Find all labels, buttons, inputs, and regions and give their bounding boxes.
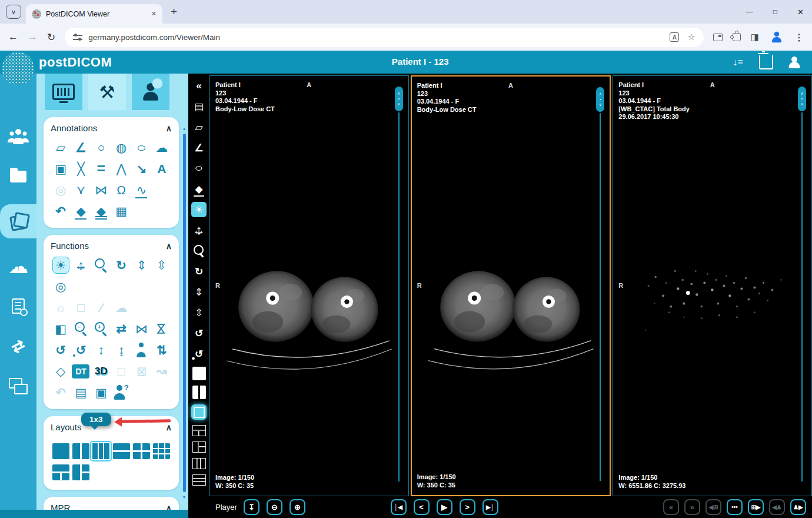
erase-icon[interactable]: ◆ — [72, 202, 89, 220]
account-icon[interactable] — [787, 55, 801, 69]
undo-function-icon[interactable]: ↶ — [52, 384, 69, 401]
arrow-icon[interactable]: ↘ — [133, 160, 150, 177]
rectangle-icon[interactable]: ▣ — [52, 160, 69, 177]
layout-2x2[interactable] — [133, 443, 150, 459]
mirror-vertical-icon[interactable]: ⋈ — [153, 320, 170, 337]
save-annotations-icon[interactable]: ▦ — [113, 202, 130, 220]
collapse-chevron-icon[interactable]: ∧ — [166, 241, 172, 251]
sidebar-item-users[interactable] — [0, 124, 36, 149]
zoom-icon[interactable] — [191, 243, 207, 258]
back-button[interactable]: ← — [8, 31, 18, 43]
pan-icon[interactable] — [191, 223, 207, 238]
side-panel-icon[interactable]: ◨ — [751, 32, 759, 42]
sidebar-item-folders[interactable] — [0, 164, 36, 189]
panel-scrollbar[interactable]: ▲ ▼ — [182, 127, 187, 499]
translate-icon[interactable]: A — [670, 32, 679, 42]
tab-patient-info[interactable]: i — [132, 74, 169, 110]
sidebar-item-upload[interactable]: ☁ — [0, 254, 36, 278]
profile-icon[interactable] — [770, 31, 783, 44]
series-scrollbar[interactable]: ∧•∨ — [395, 87, 403, 482]
ellipse-icon[interactable]: ○ — [188, 161, 209, 176]
localizer-icon[interactable]: ◎ — [52, 278, 69, 295]
collapse-chevron-icon[interactable]: ∧ — [166, 423, 172, 432]
ruler-icon[interactable]: ▱ — [191, 119, 207, 135]
scroll-pill[interactable]: ∧•∨ — [395, 87, 403, 111]
erase-icon[interactable]: ◆ — [191, 181, 207, 197]
bookmark-star-icon[interactable]: ☆ — [687, 32, 695, 42]
tab-close-icon[interactable]: ✕ — [151, 10, 157, 18]
reset-icon[interactable]: ↺ — [191, 326, 207, 341]
flip-page-icon[interactable]: ⇄ — [113, 320, 130, 337]
last-image-button[interactable]: ▶│ — [482, 499, 498, 515]
save-image-icon[interactable]: ▣ — [92, 384, 109, 401]
circle-icon[interactable]: ○ — [92, 139, 109, 156]
threed-button[interactable]: 3D — [92, 363, 109, 380]
more-options-button[interactable]: ••• — [727, 499, 743, 515]
layout-1x2[interactable] — [72, 443, 89, 459]
window-level-icon[interactable]: ☀ — [191, 202, 207, 217]
probe-icon[interactable]: ◎ — [52, 181, 69, 198]
play-button[interactable]: ▶ — [437, 499, 452, 515]
mpr-header[interactable]: MPR ∧ — [51, 503, 172, 510]
minimize-button[interactable]: — — [746, 8, 753, 16]
layout-2x1[interactable] — [113, 443, 130, 459]
bidirectional-icon[interactable]: ⋎ — [72, 181, 89, 198]
maximize-button[interactable]: □ — [773, 8, 777, 16]
ruler-icon[interactable]: ▱ — [52, 139, 69, 156]
scroll-icon[interactable]: ⇕ — [191, 284, 207, 300]
forward-button[interactable]: → — [28, 31, 38, 43]
close-window-button[interactable]: ✕ — [797, 8, 804, 16]
reload-button[interactable]: ↻ — [47, 31, 55, 44]
viewport-1[interactable]: Patient I 123 03.04.1944 - F Body-Low Do… — [209, 75, 409, 496]
browser-menu-icon[interactable]: ⋮ — [794, 32, 804, 43]
previous-image-button[interactable]: < — [414, 499, 430, 515]
increase-speed-button[interactable]: ⊕ — [289, 499, 305, 515]
layout-split-h-icon[interactable] — [192, 425, 206, 436]
first-image-button[interactable]: │◀ — [391, 499, 407, 515]
dt-button[interactable]: DT — [72, 364, 89, 378]
collapse-chevron-icon[interactable]: ∧ — [166, 124, 172, 133]
reset-wl-icon[interactable]: ↺ — [72, 341, 89, 358]
layout-3x3[interactable] — [153, 443, 170, 459]
decrease-speed-button[interactable]: ⊖ — [267, 499, 282, 515]
reset-wl-icon[interactable]: ↺ — [191, 346, 207, 361]
actual-size-icon[interactable]: ↨ — [113, 341, 130, 358]
sidebar-item-worklist[interactable] — [0, 294, 36, 318]
series-scrollbar[interactable]: ∧•∨ — [596, 87, 604, 481]
auto-arrange-icon[interactable]: ↓≡ — [731, 55, 745, 69]
shaded-ellipse-icon[interactable]: ◍ — [113, 139, 130, 156]
stack-scroll-icon[interactable]: ⇳ — [191, 305, 207, 320]
site-settings-icon[interactable] — [73, 34, 82, 41]
zoom-icon[interactable] — [92, 257, 109, 274]
closed-freehand-icon[interactable]: Ω — [113, 181, 130, 198]
anonymize-person-icon[interactable]: ? — [113, 384, 130, 401]
current-layout-icon[interactable] — [191, 404, 207, 420]
next-patient-button[interactable]: ♟▶ — [790, 499, 806, 515]
scroll-pill[interactable]: ∧•∨ — [596, 87, 604, 112]
layout-1-beside-2[interactable] — [72, 464, 89, 480]
next-series-button[interactable]: » — [684, 499, 700, 515]
export-video-button[interactable]: ↧ — [244, 499, 259, 515]
text-icon[interactable]: A — [153, 160, 170, 177]
crop-region-icon[interactable]: □ — [72, 299, 89, 316]
parallel-lines-icon[interactable]: = — [92, 160, 109, 177]
previous-patient-button[interactable]: ◀♟ — [769, 499, 785, 515]
erase-all-icon[interactable]: ◆ — [92, 202, 109, 220]
cobb-angle-icon[interactable]: ⋈ — [92, 181, 109, 198]
annotations-header[interactable]: Annotations ∧ — [51, 123, 172, 133]
spline-icon[interactable]: ∿ — [133, 181, 150, 198]
layout-1x3[interactable] — [92, 443, 109, 459]
layout-rows-icon[interactable] — [192, 474, 206, 486]
tag-icon[interactable]: ◇ — [52, 363, 69, 380]
scroll-down-arrow[interactable]: ▼ — [182, 495, 187, 499]
mirror-horizontal-icon[interactable]: ⋈ — [133, 320, 150, 337]
cross-box-icon[interactable]: ⊠ — [133, 363, 150, 380]
scroll-pill[interactable]: ∧•∨ — [798, 87, 806, 111]
scroll-up-arrow[interactable]: ▲ — [182, 127, 187, 131]
layout-split-v-icon[interactable] — [192, 441, 206, 453]
tab-search-chevron-button[interactable]: ∨ — [6, 5, 21, 19]
sidebar-item-transfer[interactable]: ⇄ — [0, 334, 36, 358]
trash-icon[interactable] — [759, 55, 773, 69]
reset-icon[interactable]: ↺ — [52, 341, 69, 358]
wl-region-icon[interactable]: ☼ — [52, 299, 69, 316]
